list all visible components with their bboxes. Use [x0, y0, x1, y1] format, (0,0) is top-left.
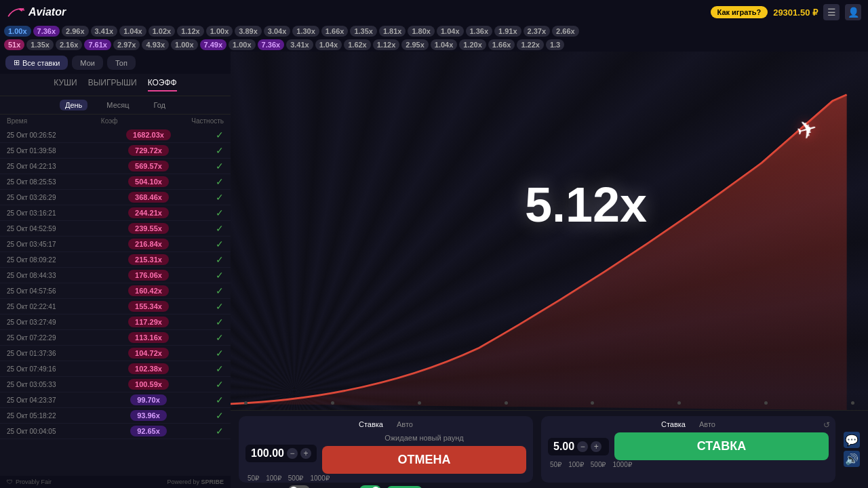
multiplier-badge[interactable]: 1.20x	[459, 39, 486, 50]
panel1-minus-button[interactable]: −	[287, 448, 298, 459]
multiplier-badge[interactable]: 1.12x	[177, 26, 204, 37]
quick-50[interactable]: 50₽	[245, 474, 261, 483]
multiplier-badge[interactable]: 1.00x	[4, 26, 31, 37]
multiplier-badge[interactable]: 7.36x	[33, 26, 60, 37]
period-year[interactable]: Год	[149, 100, 172, 110]
p2-quick-1000[interactable]: 1000₽	[611, 460, 634, 469]
table-row: 25 Окт 03:26:29368.46x✓	[0, 190, 231, 205]
period-month[interactable]: Месяц	[101, 100, 134, 110]
multiplier-badge[interactable]: 1.04x	[431, 39, 458, 50]
panel1-amount-value: 100.00	[251, 447, 284, 460]
p2-quick-50[interactable]: 50₽	[548, 460, 564, 469]
multiplier-badge[interactable]: 1.62x	[344, 39, 371, 50]
bet-type-winnings[interactable]: ВЫИГРЫШИ	[88, 78, 137, 92]
multiplier-badge[interactable]: 1.36x	[466, 26, 493, 37]
bet-time: 25 Окт 03:45:17	[7, 241, 81, 248]
multiplier-badge[interactable]: 3.89x	[235, 26, 262, 37]
p2-quick-100[interactable]: 100₽	[566, 460, 586, 469]
quick-100[interactable]: 100₽	[264, 474, 283, 483]
multiplier-badge[interactable]: 4.93x	[142, 39, 169, 50]
multiplier-badge[interactable]: 3.41x	[91, 26, 118, 37]
bottom-controls: Ставка Авто 100.00 − + Ожидаем новый рау…	[231, 410, 868, 488]
period-day[interactable]: День	[60, 100, 87, 110]
bet-type-coeff[interactable]: КОЭФФ	[148, 78, 177, 92]
bet-coeff: 104.72x	[81, 348, 216, 359]
panel1-plus-button[interactable]: +	[300, 448, 311, 459]
multiplier-badge[interactable]: 1.30x	[292, 26, 319, 37]
multiplier-badge[interactable]: 1.04x	[119, 26, 146, 37]
multiplier-badge[interactable]: 1.35x	[26, 39, 54, 50]
how-to-play-button[interactable]: Как играть?	[711, 6, 768, 18]
bet-coeff: 99.70x	[81, 394, 216, 405]
axis-dot	[591, 401, 594, 405]
multiplier-badge[interactable]: 2.16x	[56, 39, 83, 50]
multiplier-badge[interactable]: 1.00x	[171, 39, 198, 50]
bet-check-icon: ✓	[216, 176, 224, 187]
multiplier-badge[interactable]: 1.02x	[149, 26, 176, 37]
cancel-button[interactable]: ОТМЕНА	[322, 446, 526, 474]
multiplier-badge[interactable]: 1.81x	[379, 26, 406, 37]
multiplier-badge[interactable]: 1.00x	[229, 39, 256, 50]
sound-button[interactable]: 🔊	[844, 451, 860, 467]
chat-button[interactable]: 💬	[844, 432, 860, 448]
bet-time: 25 Окт 08:09:22	[7, 256, 81, 264]
panel1-tab-stavka[interactable]: Ставка	[359, 420, 383, 428]
tab-all-bets[interactable]: ⊞ Все ставки	[5, 56, 68, 70]
panel2-plus-button[interactable]: +	[591, 441, 601, 452]
multiplier-badge[interactable]: 3.41x	[286, 39, 313, 50]
panel2-minus-button[interactable]: −	[577, 441, 588, 452]
multiplier-badge[interactable]: 2.96x	[62, 26, 89, 37]
panel1-tab-auto[interactable]: Авто	[397, 420, 413, 428]
user-button[interactable]: 👤	[845, 4, 861, 20]
multiplier-badge[interactable]: 7.61x	[84, 39, 111, 50]
coeff-badge: 216.84x	[128, 239, 169, 249]
panel2-refresh-button[interactable]: ↺	[823, 420, 830, 430]
bet-check-icon: ✓	[216, 207, 224, 218]
provably-fair: 🛡 Provably Fair	[7, 479, 52, 485]
multiplier-badge[interactable]: 1.22x	[517, 39, 544, 50]
multiplier-badge[interactable]: 1.04x	[315, 39, 342, 50]
tab-top-bets[interactable]: Топ	[107, 56, 136, 70]
auto-cashout-toggle[interactable]	[359, 485, 381, 488]
control-panel-2: Ставка Авто ↺ 5.00 − + СТАВКА 50₽ 100₽ 5…	[541, 416, 835, 483]
multiplier-badge[interactable]: 1.04x	[437, 26, 464, 37]
axis-dot	[244, 401, 248, 405]
multiplier-badge[interactable]: 1.66x	[321, 26, 349, 37]
multiplier-badge[interactable]: 7.36x	[258, 39, 285, 50]
bet-check-icon: ✓	[216, 192, 224, 203]
multiplier-badge[interactable]: 2.37x	[524, 26, 551, 37]
multiplier-badge[interactable]: 2.97x	[113, 39, 140, 50]
auto-stavka-toggle[interactable]	[288, 485, 310, 488]
panel2-tab-auto[interactable]: Авто	[699, 420, 715, 428]
bet-coeff: 215.31x	[81, 254, 216, 265]
menu-button[interactable]: ☰	[823, 4, 840, 20]
table-row: 25 Окт 04:57:56160.42x✓	[0, 283, 231, 299]
bet-coeff: 100.59x	[81, 379, 216, 390]
table-row: 25 Окт 03:05:33100.59x✓	[0, 377, 231, 392]
bet-time: 25 Окт 07:22:29	[7, 334, 81, 342]
quick-1000[interactable]: 1000₽	[309, 474, 332, 483]
panel2-tab-stavka[interactable]: Ставка	[661, 420, 686, 428]
multiplier-badge[interactable]: 1.80x	[408, 26, 435, 37]
bet-time: 25 Окт 04:57:56	[7, 287, 81, 295]
p2-quick-500[interactable]: 500₽	[589, 460, 608, 469]
multiplier-badge[interactable]: 2.95x	[401, 39, 429, 50]
multiplier-badge[interactable]: 2.66x	[552, 26, 579, 37]
bet-coeff: 504.10x	[81, 176, 216, 187]
multiplier-badge[interactable]: 1.35x	[350, 26, 377, 37]
coeff-badge: 1682.03x	[126, 129, 171, 140]
multiplier-badge[interactable]: 1.3	[546, 39, 564, 50]
multiplier-badge[interactable]: 1.66x	[488, 39, 515, 50]
multiplier-badge[interactable]: 1.91x	[494, 26, 521, 37]
coeff-badge: 239.55x	[128, 223, 169, 234]
bet-button[interactable]: СТАВКА	[614, 432, 829, 460]
bet-type-kushi[interactable]: КУШИ	[54, 78, 77, 92]
multiplier-badge[interactable]: 1.00x	[206, 26, 233, 37]
multiplier-badge[interactable]: 51x	[4, 39, 24, 50]
quick-500[interactable]: 500₽	[286, 474, 306, 483]
bet-check-icon: ✓	[216, 285, 224, 296]
tab-my-bets[interactable]: Мои	[72, 56, 103, 70]
multiplier-badge[interactable]: 3.04x	[264, 26, 291, 37]
multiplier-badge[interactable]: 1.12x	[373, 39, 400, 50]
multiplier-badge[interactable]: 7.49x	[200, 39, 227, 50]
